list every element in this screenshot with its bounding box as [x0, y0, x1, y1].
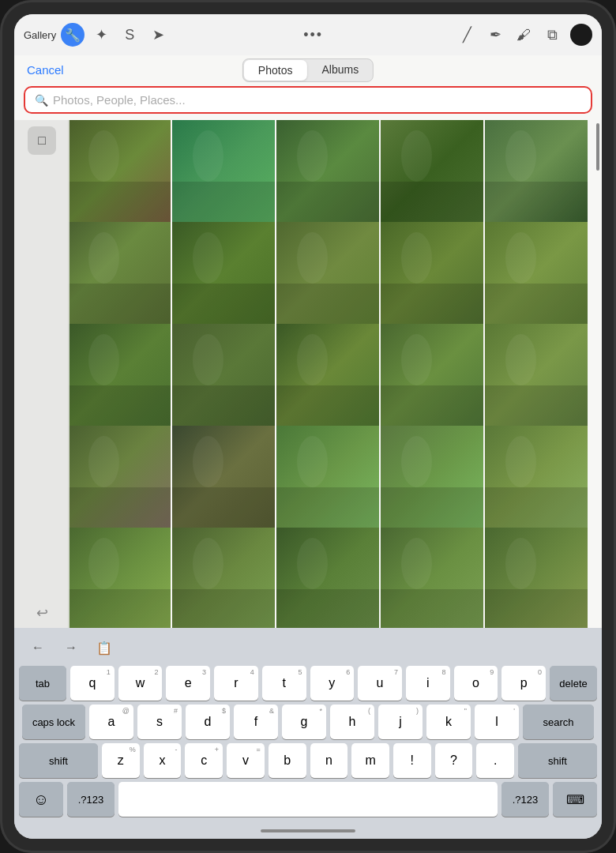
clipboard-button[interactable]: 📋 — [90, 634, 118, 661]
key-b[interactable]: b — [269, 743, 306, 778]
brush-tool-icon[interactable]: 🖌 — [513, 24, 534, 45]
photo-cell-6[interactable] — [68, 222, 171, 325]
key-num-right[interactable]: .?123 — [501, 782, 549, 817]
undo-icon[interactable]: ↩ — [36, 604, 48, 622]
screen: Gallery 🔧 ✦ S ➤ ••• ╱ ✒ 🖌 ⧉ Cancel — [14, 14, 602, 839]
photo-cell-2[interactable] — [172, 120, 275, 223]
key-p[interactable]: 0p — [501, 666, 546, 701]
key-row-4: ☺ .?123 .?123 ⌨ — [19, 782, 597, 817]
undo-button[interactable]: ← — [24, 634, 52, 661]
photo-cell-13[interactable] — [276, 324, 379, 426]
wrench-icon[interactable]: 🔧 — [61, 23, 85, 47]
key-tab[interactable]: tab — [19, 666, 66, 701]
photo-cell-10[interactable] — [485, 222, 588, 325]
layers-icon[interactable]: ⧉ — [542, 24, 562, 45]
key-v[interactable]: =v — [227, 743, 265, 778]
key-j[interactable]: )j — [378, 705, 423, 739]
photo-cell-14[interactable] — [381, 324, 483, 426]
photo-cell-24[interactable] — [381, 528, 483, 628]
key-f[interactable]: &f — [234, 705, 278, 739]
key-w[interactable]: 2w — [118, 666, 163, 701]
photo-cell-17[interactable] — [172, 426, 275, 528]
key-o[interactable]: 9o — [454, 666, 498, 701]
cancel-button[interactable]: Cancel — [27, 63, 64, 77]
photo-cell-23[interactable] — [276, 528, 379, 628]
key-h[interactable]: (h — [330, 705, 374, 739]
key-s[interactable]: #s — [137, 705, 182, 739]
photo-cell-12[interactable] — [172, 324, 275, 426]
key-d[interactable]: $d — [186, 705, 230, 739]
search-input[interactable]: Photos, People, Places... — [53, 93, 186, 107]
key-i[interactable]: 8i — [406, 666, 450, 701]
pen-tool-icon[interactable]: ✒ — [485, 24, 505, 45]
top-bar-center: ••• — [176, 27, 450, 43]
camera-icon[interactable] — [570, 24, 592, 46]
photo-cell-4[interactable] — [381, 120, 483, 223]
sidebar-btn-1[interactable]: □ — [28, 126, 56, 155]
gallery-label: Gallery — [24, 29, 56, 41]
key-search[interactable]: search — [523, 705, 594, 739]
top-bar-left: Gallery 🔧 ✦ S ➤ — [24, 23, 170, 47]
photo-cell-22[interactable] — [172, 528, 275, 628]
key-c[interactable]: +c — [185, 743, 223, 778]
key-emoji[interactable]: ☺ — [19, 782, 63, 817]
key-row-2: caps lock @a #s $d &f *g (h )j "k 'l sea… — [19, 705, 597, 739]
photo-cell-5[interactable] — [485, 120, 588, 223]
key-period[interactable]: . — [476, 743, 514, 778]
key-g[interactable]: *g — [282, 705, 326, 739]
key-row-3: shift %z -x +c =v b n m ! ? . shift — [19, 743, 597, 778]
photo-cell-16[interactable] — [68, 426, 171, 528]
photo-grid — [68, 120, 595, 628]
photo-cell-25[interactable] — [485, 528, 588, 628]
scroll-track[interactable] — [595, 120, 600, 628]
smudge-icon[interactable]: S — [118, 23, 141, 47]
photo-cell-11[interactable] — [68, 324, 171, 426]
key-capslock[interactable]: caps lock — [22, 705, 85, 739]
photo-cell-20[interactable] — [485, 426, 588, 528]
photo-cell-15[interactable] — [485, 324, 588, 426]
redo-button[interactable]: → — [57, 634, 85, 661]
photo-cell-8[interactable] — [276, 222, 379, 325]
key-q[interactable]: 1q — [70, 666, 115, 701]
photo-cell-3[interactable] — [276, 120, 379, 223]
photo-picker: Cancel Photos Albums 🔍 Photos, People, P… — [14, 55, 602, 628]
key-k[interactable]: "k — [426, 705, 471, 739]
photo-cell-19[interactable] — [381, 426, 483, 528]
key-l[interactable]: 'l — [475, 705, 519, 739]
transform-icon[interactable]: ➤ — [146, 23, 170, 47]
more-options-icon[interactable]: ••• — [303, 27, 323, 43]
key-delete[interactable]: delete — [550, 666, 597, 701]
photo-cell-21[interactable] — [68, 528, 171, 628]
key-r[interactable]: 4r — [214, 666, 258, 701]
key-a[interactable]: @a — [89, 705, 133, 739]
magic-wand-icon[interactable]: ✦ — [89, 23, 113, 47]
photo-cell-7[interactable] — [172, 222, 275, 325]
search-bar: 🔍 Photos, People, Places... — [24, 86, 592, 114]
key-hide-keyboard[interactable]: ⌨ — [553, 782, 597, 817]
key-m[interactable]: m — [351, 743, 389, 778]
search-input-wrap[interactable]: 🔍 Photos, People, Places... — [24, 86, 592, 114]
photo-cell-1[interactable] — [68, 120, 171, 223]
photo-cell-18[interactable] — [276, 426, 379, 528]
key-space[interactable] — [118, 782, 498, 817]
key-exclaim[interactable]: ! — [393, 743, 431, 778]
picker-header: Cancel Photos Albums — [14, 55, 602, 83]
key-t[interactable]: 5t — [262, 666, 306, 701]
key-u[interactable]: 7u — [358, 666, 402, 701]
key-e[interactable]: 3e — [166, 666, 210, 701]
key-z[interactable]: %z — [102, 743, 140, 778]
key-shift-right[interactable]: shift — [518, 743, 597, 778]
key-y[interactable]: 6y — [310, 666, 355, 701]
key-question[interactable]: ? — [435, 743, 473, 778]
key-num-left[interactable]: .?123 — [67, 782, 115, 817]
line-tool-icon[interactable]: ╱ — [456, 24, 477, 45]
key-row-1: tab 1q 2w 3e 4r 5t 6y 7u 8i 9o 0p delete — [19, 666, 597, 701]
key-n[interactable]: n — [310, 743, 348, 778]
device-frame: Gallery 🔧 ✦ S ➤ ••• ╱ ✒ 🖌 ⧉ Cancel — [0, 0, 616, 853]
home-indicator — [261, 829, 355, 832]
key-x[interactable]: -x — [144, 743, 182, 778]
tab-photos[interactable]: Photos — [244, 60, 307, 81]
tab-albums[interactable]: Albums — [307, 59, 373, 81]
key-shift-left[interactable]: shift — [19, 743, 98, 778]
photo-cell-9[interactable] — [381, 222, 483, 325]
